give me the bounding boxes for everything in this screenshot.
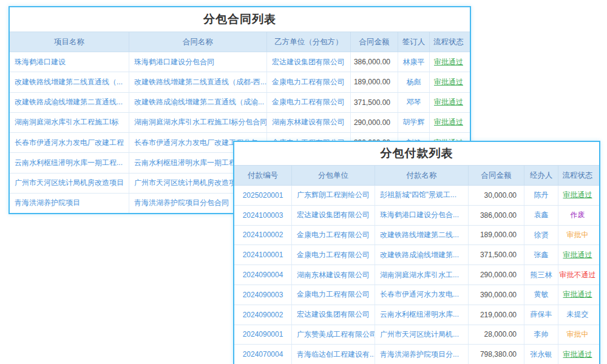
column-header: 分包单位 xyxy=(292,166,375,185)
payment-name-link[interactable]: 彭祖新城“四馆”景观工... xyxy=(375,186,469,205)
column-header: 合同金额 xyxy=(351,32,398,52)
table-row: 珠海鹤港口建设珠海鹤港口建设分包合同宏达建设集团有限公司386,000.00林康… xyxy=(10,52,470,72)
column-header: 合同名称 xyxy=(129,32,267,52)
contract-amount: 290,000.00 xyxy=(351,113,398,132)
payment-name-link[interactable]: 青海洪湖养护院项目分... xyxy=(375,345,469,364)
contract-amount: 386,000.00 xyxy=(351,52,398,72)
status-link[interactable]: 审批通过 xyxy=(430,72,467,92)
signer-link[interactable]: 胡学辉 xyxy=(398,113,430,132)
signer-link[interactable]: 林康平 xyxy=(398,52,430,72)
contract-amount: 798,380.00 xyxy=(469,345,524,364)
party-b-company-link[interactable]: 湖南东林建设有限公司 xyxy=(267,113,351,132)
column-header: 乙方单位（分包方） xyxy=(267,32,351,52)
status-link[interactable]: 审批通过 xyxy=(430,113,467,132)
project-name-link[interactable]: 广州市天河区统计局机房改造项目 xyxy=(10,174,129,193)
payment-no-link[interactable]: 2024090001 xyxy=(234,325,292,345)
status-link[interactable]: 审批中 xyxy=(558,325,597,345)
status-link[interactable]: 审批不通过 xyxy=(558,265,597,285)
project-name-link[interactable]: 湖南洞庭湖水库引水工程施工I标 xyxy=(10,113,129,132)
column-header: 合同金额 xyxy=(469,166,524,185)
status-link[interactable]: 审批通过 xyxy=(558,245,597,265)
subcontractor-company-link[interactable]: 宏达建设集团有限公司 xyxy=(292,206,375,225)
column-header: 经办人 xyxy=(524,166,558,185)
party-b-company-link[interactable]: 金康电力工程有限公司 xyxy=(267,93,351,112)
handler-link[interactable]: 李帅 xyxy=(524,325,558,345)
project-name-link[interactable]: 改建铁路成渝线增建第二直通线... xyxy=(10,93,129,112)
subcontractor-company-link[interactable]: 金康电力工程有限公司 xyxy=(292,285,375,305)
payment-name-link[interactable]: 珠海鹤港口建设分包合... xyxy=(375,206,469,225)
party-b-company-link[interactable]: 金康电力工程有限公司 xyxy=(267,72,351,92)
table-row: 改建铁路成渝线增建第二直通线...改建铁路成渝线增建第二直通线（成渝...金康电… xyxy=(10,92,470,112)
payment-no-link[interactable]: 2024090004 xyxy=(234,265,292,285)
status-link[interactable]: 作废 xyxy=(558,206,597,225)
payment-no-link[interactable]: 2024100003 xyxy=(234,206,292,225)
contract-amount: 371,500.00 xyxy=(469,245,524,265)
contract-name-link[interactable]: 湖南洞庭湖水库引水工程施工I标分包合同 xyxy=(129,113,267,132)
signer-link[interactable]: 杨彪 xyxy=(398,72,430,92)
subcontractor-company-link[interactable]: 宏达建设集团有限公司 xyxy=(292,305,375,325)
status-link[interactable]: 审批通过 xyxy=(430,52,467,72)
payment-name-link[interactable]: 改建铁路成渝线增建第... xyxy=(375,245,469,265)
subcontractor-company-link[interactable]: 青海临达创工程建设有... xyxy=(292,345,375,364)
contract-table-header: 项目名称合同名称乙方单位（分包方）合同金额签订人流程状态 xyxy=(10,32,470,52)
contract-amount: 189,000.00 xyxy=(351,72,398,92)
contract-amount: 386,000.00 xyxy=(469,206,524,225)
project-name-link[interactable]: 珠海鹤港口建设 xyxy=(10,52,129,72)
handler-link[interactable]: 黄敏 xyxy=(524,285,558,305)
contract-amount: 390,000.00 xyxy=(469,285,524,305)
payment-no-link[interactable]: 2024100002 xyxy=(234,226,292,245)
project-name-link[interactable]: 改建铁路线增建第二线直通线（... xyxy=(10,72,129,92)
project-name-link[interactable]: 青海洪湖养护院项目 xyxy=(10,194,129,213)
status-link[interactable]: 审批通过 xyxy=(558,285,597,305)
handler-link[interactable]: 徐贤 xyxy=(524,226,558,245)
table-row: 湖南洞庭湖水库引水工程施工I标湖南洞庭湖水库引水工程施工I标分包合同湖南东林建设… xyxy=(10,112,470,132)
contract-amount: 28,000.00 xyxy=(469,325,524,345)
contract-amount: 189,000.00 xyxy=(469,226,524,245)
payment-table-body: 2025020001广东辉朗工程测绘公司彭祖新城“四馆”景观工...30,000… xyxy=(234,185,599,364)
payment-name-link[interactable]: 湖南洞庭湖水库引水工... xyxy=(375,265,469,285)
handler-link[interactable]: 张永银 xyxy=(524,345,558,364)
contract-name-link[interactable]: 改建铁路成渝线增建第二直通线（成渝... xyxy=(129,93,267,112)
subcontractor-company-link[interactable]: 湖南东林建设有限公司 xyxy=(292,265,375,285)
payment-no-link[interactable]: 2024100001 xyxy=(234,245,292,265)
table-row: 2024090002宏达建设集团有限公司云南水利枢纽潜明水库...219,000… xyxy=(234,305,599,325)
contract-name-link[interactable]: 珠海鹤港口建设分包合同 xyxy=(129,52,267,72)
payment-no-link[interactable]: 2024090002 xyxy=(234,305,292,325)
subcontractor-company-link[interactable]: 广东赞美成工程有限公司 xyxy=(292,325,375,345)
status-link[interactable]: 审批通过 xyxy=(430,93,467,112)
project-name-link[interactable]: 云南水利枢纽潜明水库一期工程... xyxy=(10,153,129,172)
payment-name-link[interactable]: 改建铁路线增建第二线... xyxy=(375,226,469,245)
payment-no-link[interactable]: 2025020001 xyxy=(234,186,292,205)
column-header: 流程状态 xyxy=(430,32,467,52)
subcontractor-company-link[interactable]: 广东辉朗工程测绘公司 xyxy=(292,186,375,205)
column-header: 流程状态 xyxy=(558,166,597,185)
table-row: 2025020001广东辉朗工程测绘公司彭祖新城“四馆”景观工...30,000… xyxy=(234,185,599,205)
payment-name-link[interactable]: 云南水利枢纽潜明水库... xyxy=(375,305,469,325)
signer-link[interactable]: 邓琴 xyxy=(398,93,430,112)
payment-list-title: 分包付款列表 xyxy=(234,142,599,165)
table-row: 2024070004青海临达创工程建设有...青海洪湖养护院项目分...798,… xyxy=(234,344,599,364)
contract-name-link[interactable]: 改建铁路线增建第二线直通线（成都-西... xyxy=(129,72,267,92)
payment-name-link[interactable]: 长春市伊通河水力发电... xyxy=(375,285,469,305)
payment-no-link[interactable]: 2024070004 xyxy=(234,345,292,364)
project-name-link[interactable]: 长春市伊通河水力发电厂改建工程 xyxy=(10,133,129,152)
handler-link[interactable]: 张鑫 xyxy=(524,245,558,265)
payment-no-link[interactable]: 2024090003 xyxy=(234,285,292,305)
contract-list-title: 分包合同列表 xyxy=(10,7,470,32)
handler-link[interactable]: 陈丹 xyxy=(524,186,558,205)
contract-amount: 30,000.00 xyxy=(469,186,524,205)
subcontractor-company-link[interactable]: 金康电力工程有限公司 xyxy=(292,245,375,265)
payment-name-link[interactable]: 广州市天河区统计局机... xyxy=(375,325,469,345)
party-b-company-link[interactable]: 宏达建设集团有限公司 xyxy=(267,52,351,72)
contract-amount: 290,000.00 xyxy=(469,265,524,285)
handler-link[interactable]: 袁鑫 xyxy=(524,206,558,225)
status-link[interactable]: 未提交 xyxy=(558,305,597,325)
column-header: 付款名称 xyxy=(375,166,469,185)
handler-link[interactable]: 熊三林 xyxy=(524,265,558,285)
status-link[interactable]: 审批通过 xyxy=(558,186,597,205)
subcontractor-company-link[interactable]: 金康电力工程有限公司 xyxy=(292,226,375,245)
table-row: 2024100003宏达建设集团有限公司珠海鹤港口建设分包合...386,000… xyxy=(234,205,599,225)
status-link[interactable]: 审批通过 xyxy=(558,345,597,364)
status-link[interactable]: 审批中 xyxy=(558,226,597,245)
handler-link[interactable]: 薛保丰 xyxy=(524,305,558,325)
